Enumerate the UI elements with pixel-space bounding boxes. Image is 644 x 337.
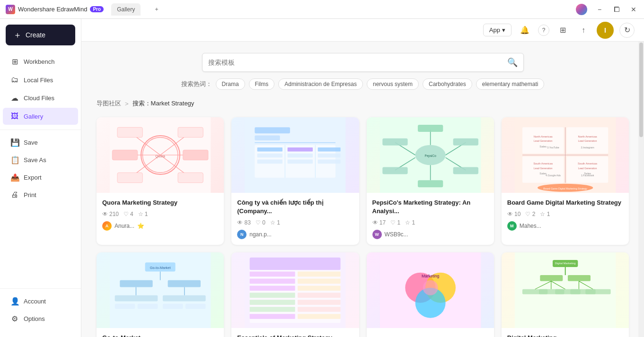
hot-tags-row: 搜索热词： Drama Films Administracion de Empr… [181, 78, 545, 90]
create-button[interactable]: ＋ Create [6, 25, 75, 45]
hot-tag-nervous[interactable]: nervous system [367, 78, 419, 90]
sidebar-item-label: Print [24, 191, 36, 199]
print-icon: 🖨 [10, 190, 19, 199]
app-button[interactable]: App ▾ [483, 24, 512, 36]
header-toolbar: App ▾ 🔔 ? ⊞ ↑ I ↻ [81, 19, 644, 42]
likes-pepsico: ♡ 1 [390, 219, 400, 226]
hot-tag-administracion[interactable]: Administracion de Empresas [278, 78, 363, 90]
sidebar-item-account[interactable]: 👤 Account [3, 293, 78, 310]
svg-point-1 [142, 138, 178, 173]
add-tab-button[interactable]: ＋ [148, 2, 165, 16]
card-body-quora: Quora Marketing Strategy 👁 210 ♡ 4 ☆ 1 A… [97, 193, 224, 236]
card-congty[interactable]: Công ty và chiến lược tiếp thị (Company.… [231, 117, 359, 245]
svg-rect-92 [298, 286, 341, 291]
card-meta-quora: 👁 210 ♡ 4 ☆ 1 [102, 211, 218, 217]
sidebar-item-export[interactable]: 📤 Export [3, 169, 78, 186]
local-files-icon: 🗂 [10, 76, 19, 84]
titlebar-tab[interactable]: Gallery [111, 3, 141, 16]
window-controls: − ⧠ ✕ [576, 4, 638, 15]
card-title-essentials: Essentials of Marketing Strategy [237, 334, 353, 337]
help-button[interactable]: ? [538, 25, 549, 36]
app-logo: W Wondershare EdrawMind Pro [6, 5, 104, 14]
author-name-boardgame: Mahes... [520, 223, 541, 229]
svg-rect-45 [453, 167, 478, 174]
hot-tag-elementary[interactable]: elementary mathemati [476, 78, 545, 90]
svg-rect-8 [117, 127, 142, 137]
svg-rect-87 [250, 272, 295, 277]
author-name-congty: ngan.p... [249, 231, 272, 238]
card-extra1[interactable]: Marketing [367, 252, 494, 337]
grid-button[interactable]: ⊞ [555, 23, 570, 38]
svg-text:Marketing: Marketing [421, 274, 439, 279]
sidebar-item-cloud-files[interactable]: ☁ Cloud Files [3, 89, 78, 107]
author-avatar-boardgame: M [507, 221, 517, 231]
stars-quora: ☆ 1 [138, 211, 148, 217]
refresh-button[interactable]: ↻ [619, 23, 635, 38]
sidebar-item-label: Account [24, 298, 46, 305]
card-thumb-digital: Digital Marketing [502, 252, 629, 328]
svg-rect-81 [138, 304, 158, 309]
search-input[interactable] [208, 59, 507, 66]
share-button[interactable]: ↑ [576, 23, 591, 38]
user-avatar[interactable] [576, 4, 587, 15]
card-quora[interactable]: Quora Quora Marketing Strategy 👁 210 ♡ 4… [97, 117, 224, 245]
hot-tag-drama[interactable]: Drama [216, 78, 245, 90]
scrollbar[interactable] [638, 42, 644, 337]
sidebar-item-print[interactable]: 🖨 Print [3, 186, 78, 203]
svg-rect-110 [540, 275, 563, 281]
sidebar-item-options[interactable]: ⚙ Options [3, 310, 78, 328]
svg-rect-10 [112, 150, 137, 160]
svg-text:Go-to-Market: Go-to-Market [150, 266, 171, 270]
options-icon: ⚙ [10, 314, 19, 323]
sidebar-item-local-files[interactable]: 🗂 Local Files [3, 71, 78, 88]
maximize-button[interactable]: ⧠ [612, 5, 621, 14]
card-boardgame[interactable]: North Americas Lead Generation North Ame… [502, 117, 629, 245]
svg-rect-89 [250, 279, 295, 284]
stars-pepsico: ☆ 1 [405, 219, 415, 226]
minimize-button[interactable]: − [595, 5, 604, 14]
card-pepsico[interactable]: PepsiCo [367, 117, 494, 245]
tab-label: Gallery [117, 6, 135, 13]
gallery-icon: 🖼 [10, 112, 19, 121]
sidebar-item-gallery[interactable]: 🖼 Gallery [3, 108, 78, 125]
hot-tag-carbohydrates[interactable]: Carbohydrates [423, 78, 472, 90]
views-congty: 👁 83 [237, 219, 251, 226]
hot-tag-films[interactable]: Films [249, 78, 275, 90]
svg-point-105 [423, 280, 438, 295]
likes-boardgame: ♡ 2 [525, 211, 535, 217]
svg-rect-52 [567, 156, 608, 182]
scrollbar-thumb[interactable] [639, 43, 643, 137]
svg-text:Sales: Sales [539, 145, 547, 148]
notification-button[interactable]: 🔔 [517, 23, 532, 38]
search-icon[interactable]: 🔍 [507, 57, 518, 68]
sidebar-item-workbench[interactable]: ⊞ Workbench [3, 53, 78, 70]
svg-rect-22 [257, 147, 282, 152]
sidebar-item-save[interactable]: 💾 Save [3, 134, 78, 151]
svg-text:Digital Marketing: Digital Marketing [555, 262, 576, 265]
card-body-digital: Digital Marketing [502, 328, 629, 337]
svg-rect-79 [163, 295, 206, 302]
card-body-goto: Go-to-Market [97, 328, 224, 337]
search-section: 🔍 搜索热词： Drama Films Administracion de Em… [97, 53, 629, 90]
svg-rect-90 [298, 279, 341, 284]
sidebar-item-label: Cloud Files [24, 95, 54, 102]
svg-rect-93 [250, 293, 295, 298]
card-body-extra1 [367, 328, 494, 337]
card-title-boardgame: Board Game Digital Marketing Strategy [507, 199, 623, 207]
card-goto[interactable]: Go-to-Market [97, 252, 224, 337]
main-layout: ＋ Create ⊞ Workbench 🗂 Local Files ☁ Clo… [0, 19, 644, 337]
sidebar-item-save-as[interactable]: 📋 Save As [3, 151, 78, 169]
user-profile-avatar[interactable]: I [597, 22, 614, 39]
breadcrumb-community[interactable]: 导图社区 [97, 99, 121, 108]
likes-congty: ♡ 0 [256, 219, 265, 226]
card-author-pepsico: W WSB9c... [372, 230, 488, 239]
svg-rect-78 [115, 295, 158, 302]
titlebar: W Wondershare EdrawMind Pro Gallery ＋ − … [0, 0, 644, 19]
sidebar-nav: ⊞ Workbench 🗂 Local Files ☁ Cloud Files … [0, 51, 81, 288]
svg-rect-91 [250, 286, 295, 291]
close-button[interactable]: ✕ [629, 5, 638, 14]
card-digital[interactable]: Digital Marketing Digital Marketing [502, 252, 629, 337]
svg-text:Lead Generation: Lead Generation [534, 139, 553, 142]
save-icon: 💾 [10, 138, 19, 147]
card-essentials[interactable]: Essentials of Marketing Strategy 👁 7 ♡ 1… [231, 252, 359, 337]
